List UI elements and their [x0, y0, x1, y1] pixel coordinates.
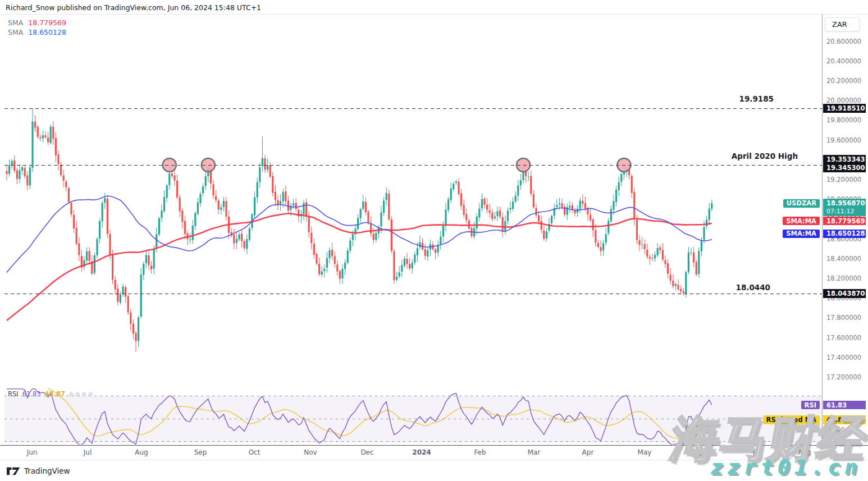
symbol-label-badge[interactable]: USDZAR: [783, 199, 820, 208]
rsi-legend[interactable]: RSI61.8348.87⊘ ⊘ ⊘ ⊘: [8, 390, 93, 398]
price-tick-label: 19.800000: [826, 116, 861, 124]
rsi-ma-value-badge: 48.87: [823, 415, 866, 424]
rsi-ma-legend-value: 48.87: [45, 390, 65, 398]
rsi-ma-label-badge[interactable]: RSI-based MA: [763, 415, 820, 424]
time-tick-label: Mar: [528, 448, 541, 456]
legend-sma-fast-value: 18.650128: [28, 28, 66, 36]
level-high-price-badge: 19.918510: [823, 104, 866, 113]
sma-fast-label-badge[interactable]: SMA:MA: [783, 230, 820, 239]
rsi-value-badge: 61.83: [823, 401, 866, 410]
price-tick-label: 18.200000: [826, 274, 861, 282]
support-line-18-0440[interactable]: [4, 294, 822, 294]
currency-toggle-button[interactable]: ZAR: [825, 17, 860, 31]
april-2020-high-line[interactable]: [4, 165, 822, 166]
tradingview-logo[interactable]: TradingView: [7, 466, 70, 475]
sma-slow-price-badge: 18.779569: [823, 217, 866, 226]
level-april-b-price-badge: 19.345300: [823, 163, 866, 172]
down-candle-bodies: [6, 122, 697, 341]
last-price-badge: 18.956870 07:11:12: [823, 199, 866, 216]
time-axis-border: [0, 445, 868, 446]
rsi-tick-label: 40.00: [826, 426, 845, 434]
price-tick-label: 17.800000: [826, 314, 861, 322]
up-candle-wicks: [10, 108, 712, 347]
time-tick-label: Aug: [798, 448, 811, 456]
legend-sma-fast-label: SMA: [8, 28, 23, 36]
rsi-legend-icons[interactable]: ⊘ ⊘ ⊘ ⊘: [68, 391, 93, 397]
bar-countdown: 07:11:12: [826, 208, 866, 215]
price-axis-border: [822, 14, 823, 446]
price-tick-label: 17.400000: [826, 354, 861, 361]
level-low-price-badge: 18.043870: [823, 289, 866, 298]
time-tick-label: Jun: [700, 448, 710, 456]
rsi-legend-value: 61.83: [22, 390, 41, 398]
sma-fast-price-badge: 18.650128: [823, 230, 866, 239]
rsi-label-badge[interactable]: RSI: [801, 401, 820, 410]
footer-strip: [0, 460, 868, 481]
price-tick-label: 20.600000: [826, 38, 861, 45]
time-tick-label: Aug: [135, 448, 148, 456]
rsi-ma-line[interactable]: [7, 372, 712, 441]
legend-sma-slow-label: SMA: [8, 19, 23, 27]
resistance-line-19-9185[interactable]: [4, 108, 822, 109]
chart-canvas[interactable]: [0, 0, 868, 481]
time-tick-label: Dec: [360, 448, 373, 456]
time-tick-label: Apr: [582, 448, 594, 456]
price-tick-label: 20.200000: [826, 77, 861, 85]
level-april-a-price-badge: 19.353343: [823, 155, 866, 164]
time-tick-label: Jun: [27, 448, 38, 456]
price-tick-label: 19.600000: [826, 136, 861, 144]
time-tick-label: Sep: [194, 448, 207, 456]
rsi-30-line: [4, 441, 822, 442]
down-candle-wicks: [7, 116, 696, 352]
price-tick-label: 19.200000: [826, 176, 861, 184]
time-tick-label: Feb: [474, 448, 486, 456]
price-tick-label: 17.600000: [826, 334, 861, 342]
annotation-april-high[interactable]: April 2020 High: [732, 152, 798, 161]
price-tick-label: 20.000000: [826, 97, 861, 104]
time-tick-label: Oct: [249, 448, 261, 456]
time-tick-label: Nov: [304, 448, 317, 456]
time-tick-label: Jul: [84, 448, 92, 456]
tradingview-logo-icon: [7, 467, 20, 475]
price-tick-label: 17.200000: [826, 373, 861, 381]
legend-sma-slow-value: 18.779569: [28, 19, 66, 27]
legend-sma-slow[interactable]: SMA18.779569: [8, 19, 66, 27]
tradingview-chart: Richard_Snow published on TradingView.co…: [0, 0, 868, 481]
annotation-support[interactable]: 18.0440: [736, 283, 771, 292]
time-tick-label: Jul: [753, 448, 761, 456]
time-tick-label: 2024: [412, 448, 431, 456]
last-price-value: 18.956870: [826, 199, 866, 208]
tradingview-logo-text: TradingView: [24, 466, 70, 475]
time-tick-label: May: [638, 448, 652, 456]
legend-sma-fast[interactable]: SMA18.650128: [8, 28, 66, 36]
rsi-50-line: [4, 419, 822, 419]
sma-slow-label-badge[interactable]: SMA:MA: [783, 217, 820, 226]
price-tick-label: 20.400000: [826, 57, 861, 65]
annotation-resistance[interactable]: 19.9185: [739, 94, 774, 103]
price-tick-label: 18.400000: [826, 255, 861, 263]
up-candle-bodies: [8, 122, 712, 341]
rsi-70-line: [4, 396, 822, 396]
rsi-legend-title: RSI: [8, 390, 19, 398]
publish-title: Richard_Snow published on TradingView.co…: [6, 3, 261, 12]
rsi-line[interactable]: [7, 389, 712, 445]
